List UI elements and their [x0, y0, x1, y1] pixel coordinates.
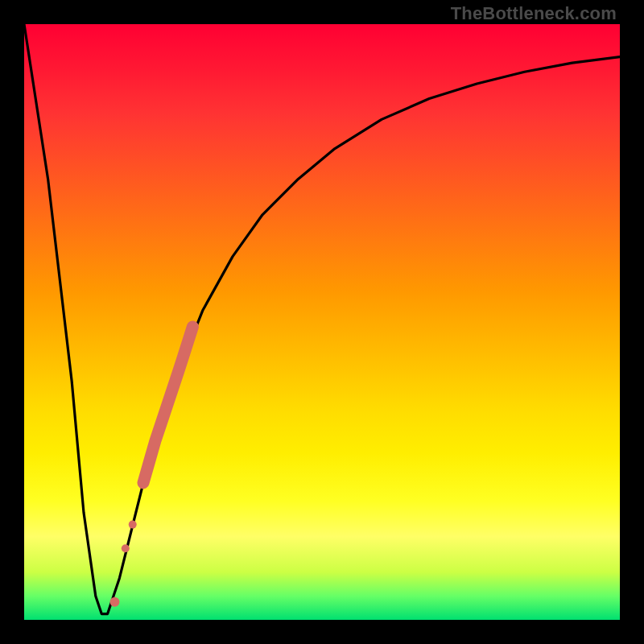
chart-svg — [24, 24, 620, 620]
scatter-dot — [129, 521, 137, 529]
scatter-dot — [122, 544, 130, 552]
plot-gradient-background — [24, 24, 620, 620]
bottleneck-curve — [24, 24, 620, 614]
watermark-text: TheBottleneck.com — [451, 3, 617, 24]
chart-frame: TheBottleneck.com — [0, 0, 644, 644]
highlighted-segment — [143, 327, 192, 483]
scatter-dot — [110, 597, 120, 607]
